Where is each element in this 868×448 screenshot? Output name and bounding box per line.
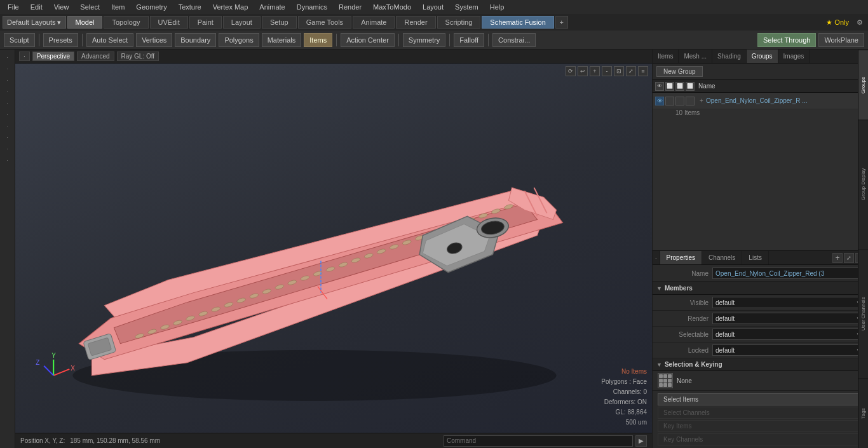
prop-toggle[interactable]: · — [653, 251, 660, 264]
layout-tab-render[interactable]: Render — [396, 16, 435, 29]
command-input[interactable] — [444, 435, 633, 447]
layout-dropdown[interactable]: Default Layouts ▾ — [3, 16, 66, 29]
render-select[interactable]: default — [712, 313, 863, 324]
layout-tab-animate[interactable]: Animate — [353, 16, 395, 29]
tool-5[interactable]: · — [1, 98, 14, 108]
prop-tab-lists[interactable]: Lists — [742, 251, 769, 264]
viewport-canvas[interactable]: X Y Z No Items Polygons : Face Channels:… — [15, 64, 652, 433]
layout-tab-model[interactable]: Model — [67, 16, 103, 29]
tool-3[interactable]: · — [1, 75, 14, 85]
sel-keying-section-header[interactable]: ▼ Selection & Keying — [653, 358, 868, 371]
group-item-row[interactable]: 👁 + Open_End_Nylon_Coil_Zipper_R ... — [653, 93, 868, 109]
gh-icon-1[interactable]: ⬜ — [665, 82, 674, 91]
layout-tab-gametools[interactable]: Game Tools — [298, 16, 352, 29]
sculpt-button[interactable]: Sculpt — [4, 33, 35, 47]
select-through-button[interactable]: Select Through — [757, 33, 816, 47]
pht-mesh[interactable]: Mesh ... — [679, 50, 712, 63]
polygons-button[interactable]: Polygons — [219, 33, 259, 47]
vp-ctrl-settings[interactable]: ≡ — [638, 66, 648, 76]
rvt-groups[interactable]: Groups — [858, 50, 868, 119]
vp-ctrl-rotate[interactable]: ⟳ — [566, 66, 576, 76]
pht-shading[interactable]: Shading — [712, 50, 747, 63]
key-channels-button[interactable]: Key Channels — [658, 433, 863, 445]
layout-tab-schematic[interactable]: Schematic Fusion — [482, 16, 553, 29]
prop-tab-properties[interactable]: Properties — [660, 251, 703, 264]
menu-geometry[interactable]: Geometry — [131, 2, 172, 12]
menu-render[interactable]: Render — [334, 2, 367, 12]
ray-gl-btn[interactable]: Ray GL: Off — [117, 51, 159, 61]
tool-10[interactable]: · — [1, 155, 14, 165]
command-run-button[interactable]: ▶ — [635, 435, 647, 447]
presets-button[interactable]: Presets — [43, 33, 78, 47]
settings-icon[interactable]: ⚙ — [854, 18, 865, 27]
menu-vertex-map[interactable]: Vertex Map — [208, 2, 254, 12]
gh-icon-eye[interactable]: 👁 — [655, 82, 664, 91]
prop-expand-icon[interactable]: ⤢ — [844, 253, 854, 263]
menu-system[interactable]: System — [450, 2, 484, 12]
tool-8[interactable]: · — [1, 132, 14, 142]
items-button[interactable]: Items — [304, 33, 332, 47]
menu-layout[interactable]: Layout — [417, 2, 449, 12]
tool-7[interactable]: · — [1, 121, 14, 131]
tool-4[interactable]: · — [1, 86, 14, 97]
layout-tab-layout[interactable]: Layout — [223, 16, 261, 29]
menu-item[interactable]: Item — [106, 2, 130, 12]
key-items-button[interactable]: Key Items — [658, 420, 863, 432]
workplane-button[interactable]: WorkPlane — [818, 33, 864, 47]
menu-edit[interactable]: Edit — [25, 2, 48, 12]
vp-ctrl-fit[interactable]: ⊡ — [614, 66, 624, 76]
menu-help[interactable]: Help — [485, 2, 510, 12]
action-center-button[interactable]: Action Center — [341, 33, 395, 47]
layout-tab-setup[interactable]: Setup — [262, 16, 297, 29]
layout-tab-scripting[interactable]: Scripting — [437, 16, 481, 29]
menu-view[interactable]: View — [49, 2, 74, 12]
advanced-btn[interactable]: Advanced — [77, 51, 114, 61]
layout-tab-paint[interactable]: Paint — [189, 16, 222, 29]
auto-select-button[interactable]: Auto Select — [86, 33, 133, 47]
prop-tab-channels[interactable]: Channels — [702, 251, 742, 264]
tool-9[interactable]: · — [1, 144, 14, 154]
prop-add-button[interactable]: + — [832, 253, 843, 263]
falloff-button[interactable]: Falloff — [454, 33, 484, 47]
pht-items[interactable]: Items — [653, 50, 679, 63]
menu-texture[interactable]: Texture — [173, 2, 207, 12]
gi-icon-3[interactable] — [686, 97, 695, 105]
vp-ctrl-undo[interactable]: ↩ — [578, 66, 588, 76]
gi-eye-icon[interactable]: 👁 — [655, 97, 664, 105]
gh-icon-3[interactable]: ⬜ — [686, 82, 695, 91]
gi-icon-2[interactable] — [675, 97, 684, 105]
pht-groups[interactable]: Groups — [747, 50, 778, 63]
perspective-btn[interactable]: Perspective — [32, 51, 74, 61]
rvt-group-display[interactable]: Group Display — [858, 119, 868, 248]
menu-select[interactable]: Select — [75, 2, 105, 12]
vp-ctrl-zoom-in[interactable]: + — [590, 66, 600, 76]
members-section-header[interactable]: ▼ Members — [653, 282, 868, 295]
tool-2[interactable]: · — [1, 64, 14, 74]
materials-button[interactable]: Materials — [262, 33, 302, 47]
gh-icon-2[interactable]: ⬜ — [675, 82, 684, 91]
select-items-button[interactable]: Select Items — [658, 393, 863, 405]
layout-tab-topology[interactable]: Topology — [104, 16, 148, 29]
vp-ctrl-maximize[interactable]: ⤢ — [626, 66, 636, 76]
pht-images[interactable]: Images — [778, 50, 810, 63]
menu-maxtomodo[interactable]: MaxToModo — [368, 2, 416, 12]
vp-ctrl-zoom-out[interactable]: - — [602, 66, 612, 76]
gi-icon-1[interactable] — [665, 97, 674, 105]
add-tab-button[interactable]: + — [555, 16, 568, 29]
rvt-tags[interactable]: Tags — [858, 378, 868, 448]
vertices-button[interactable]: Vertices — [136, 33, 172, 47]
select-channels-button[interactable]: Select Channels — [658, 407, 863, 419]
menu-animate[interactable]: Animate — [254, 2, 290, 12]
tool-1[interactable]: · — [1, 52, 14, 62]
tool-6[interactable]: · — [1, 109, 14, 119]
rvt-user-channels[interactable]: User Channels — [858, 249, 868, 378]
layout-tab-uvedit[interactable]: UVEdit — [150, 16, 188, 29]
visible-select[interactable]: default — [712, 297, 863, 308]
new-group-button[interactable]: New Group — [656, 66, 703, 77]
menu-dynamics[interactable]: Dynamics — [292, 2, 332, 12]
menu-file[interactable]: File — [3, 2, 24, 12]
prop-name-input[interactable] — [712, 268, 863, 279]
dot-toggle[interactable]: · — [19, 51, 30, 61]
constraint-button[interactable]: Constrai... — [492, 33, 536, 47]
symmetry-button[interactable]: Symmetry — [403, 33, 446, 47]
